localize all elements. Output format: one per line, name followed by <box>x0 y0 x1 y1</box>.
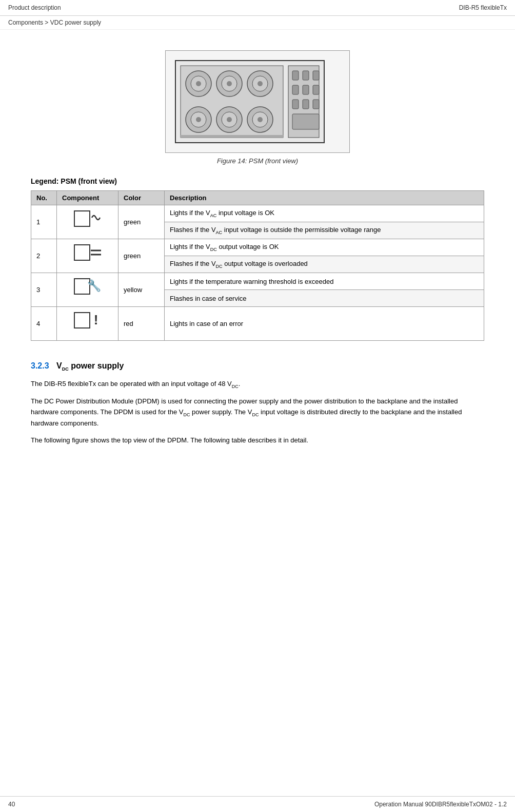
body-para-3: The following figure shows the top view … <box>31 435 484 446</box>
svg-rect-24 <box>292 85 299 94</box>
figure-caption: Figure 14: PSM (front view) <box>217 157 298 165</box>
svg-rect-32 <box>74 211 90 226</box>
header-left: Product description <box>8 4 61 11</box>
section-number: 3.2.3 <box>31 361 49 370</box>
cell-no: 3 <box>31 273 57 307</box>
table-row: 2greenLights if the VDC output voltage i… <box>31 239 484 256</box>
cell-color: green <box>118 205 165 239</box>
svg-rect-29 <box>313 100 319 109</box>
cell-description: Lights if the VAC input voltage is OK <box>165 205 484 222</box>
svg-point-7 <box>227 81 232 86</box>
svg-rect-33 <box>74 245 90 260</box>
col-header-no: No. <box>31 191 57 205</box>
footer-page-number: 40 <box>8 801 15 808</box>
svg-point-10 <box>258 81 263 86</box>
table-header-row: No. Component Color Description <box>31 191 484 205</box>
svg-rect-31 <box>181 135 283 138</box>
page-header: Product description DIB-R5 flexibleTx <box>0 0 515 16</box>
body-para-1: The DIB-R5 flexibleTx can be operated wi… <box>31 379 484 390</box>
main-content: Figure 14: PSM (front view) Legend: PSM … <box>0 30 515 483</box>
cell-color: green <box>118 239 165 273</box>
svg-rect-30 <box>292 114 319 129</box>
svg-point-19 <box>258 117 263 122</box>
cell-no: 2 <box>31 239 57 273</box>
breadcrumb: Components > VDC power supply <box>0 16 515 30</box>
cell-no: 4 <box>31 307 57 341</box>
svg-rect-38 <box>74 313 90 328</box>
cell-description: Flashes if the VAC input voltage is outs… <box>165 222 484 239</box>
cell-description: Lights in case of an error <box>165 307 484 341</box>
svg-point-4 <box>196 81 201 86</box>
section-title: VDC power supply <box>56 361 124 370</box>
svg-rect-22 <box>303 71 309 80</box>
figure-container: Figure 14: PSM (front view) <box>31 50 484 165</box>
col-header-description: Description <box>165 191 484 205</box>
footer-manual-ref: Operation Manual 90DIBR5flexibleTxOM02 -… <box>374 801 507 808</box>
section-heading: 3.2.3 VDC power supply <box>31 361 484 372</box>
cell-no: 1 <box>31 205 57 239</box>
col-header-color: Color <box>118 191 165 205</box>
figure-image <box>165 50 350 153</box>
body-para-2: The DC Power Distribution Module (DPDM) … <box>31 396 484 429</box>
cell-color: yellow <box>118 273 165 307</box>
cell-description: Lights if the temperature warning thresh… <box>165 273 484 290</box>
svg-rect-23 <box>313 71 319 80</box>
page-footer: 40 Operation Manual 90DIBR5flexibleTxOM0… <box>0 796 515 812</box>
svg-text:!: ! <box>93 312 98 327</box>
table-row: 4!redLights in case of an error <box>31 307 484 341</box>
cell-component <box>57 205 118 239</box>
svg-rect-28 <box>303 100 309 109</box>
svg-point-13 <box>196 117 201 122</box>
cell-component <box>57 239 118 273</box>
cell-component: 🔧 <box>57 273 118 307</box>
cell-component: ! <box>57 307 118 341</box>
svg-text:🔧: 🔧 <box>87 279 101 293</box>
table-row: 1greenLights if the VAC input voltage is… <box>31 205 484 222</box>
header-right: DIB-R5 flexibleTx <box>459 4 507 11</box>
psm-svg <box>170 55 345 148</box>
col-header-component: Component <box>57 191 118 205</box>
legend-table: No. Component Color Description 1greenLi… <box>31 190 484 341</box>
table-row: 3🔧yellowLights if the temperature warnin… <box>31 273 484 290</box>
svg-point-16 <box>227 117 232 122</box>
legend-title: Legend: PSM (front view) <box>31 177 484 185</box>
cell-description: Flashes if the VDC output voltage is ove… <box>165 256 484 273</box>
svg-rect-25 <box>303 85 309 94</box>
svg-rect-27 <box>292 100 299 109</box>
cell-description: Flashes in case of service <box>165 290 484 307</box>
svg-rect-26 <box>313 85 319 94</box>
cell-color: red <box>118 307 165 341</box>
svg-rect-21 <box>292 71 299 80</box>
cell-description: Lights if the VDC output voltage is OK <box>165 239 484 256</box>
